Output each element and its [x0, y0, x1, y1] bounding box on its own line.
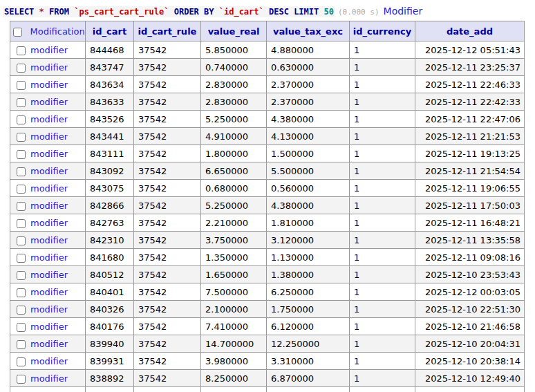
sql-table-name: `ps_cart_cart_rule` — [74, 7, 169, 17]
cell-id_currency: 1 — [350, 370, 415, 387]
row-action-cell: modifier — [10, 76, 86, 93]
row-modifier-link[interactable]: modifier — [30, 183, 68, 194]
cell-id_cart: 843075 — [86, 180, 134, 197]
row-checkbox[interactable] — [17, 375, 26, 384]
row-modifier-link[interactable]: modifier — [30, 339, 68, 349]
cell-id_cart: 843526 — [86, 111, 134, 128]
cell-date_add: 2025-12-11 23:25:37 — [415, 59, 525, 76]
cell-date_add: 2025-12-12 00:03:05 — [415, 283, 525, 301]
cell-id_currency: 1 — [350, 266, 415, 283]
select-all-checkbox[interactable] — [13, 28, 22, 37]
column-header-id_currency: id_currency — [350, 21, 415, 41]
column-header-id_cart_rule: id_cart_rule — [134, 21, 201, 41]
row-checkbox[interactable] — [17, 288, 26, 297]
row-modifier-link[interactable]: modifier — [30, 252, 68, 263]
row-modifier-link[interactable]: modifier — [30, 235, 68, 245]
cell-id_cart_rule: 37542 — [134, 76, 201, 93]
row-checkbox[interactable] — [17, 306, 26, 315]
row-modifier-link[interactable]: modifier — [30, 200, 68, 211]
row-modifier-link[interactable]: modifier — [30, 97, 68, 107]
cell-date_add: 2025-12-10 20:38:14 — [415, 353, 525, 370]
cell-id_cart: 840326 — [86, 301, 134, 318]
row-checkbox[interactable] — [17, 133, 26, 142]
cell-value_real: 1.800000 — [201, 145, 267, 162]
row-checkbox[interactable] — [17, 340, 26, 349]
row-modifier-link[interactable]: modifier — [30, 287, 68, 297]
row-checkbox[interactable] — [17, 115, 26, 124]
row-checkbox[interactable] — [17, 46, 26, 55]
sort-link-value_real[interactable]: value_real — [208, 26, 260, 37]
cell-id_cart_rule: 37542 — [134, 283, 201, 301]
cell-value_real: 5.250000 — [201, 197, 267, 214]
sort-link-id_cart_rule[interactable]: id_cart_rule — [138, 26, 197, 37]
cell-value_tax_exc: 2.370000 — [267, 76, 350, 93]
row-checkbox[interactable] — [17, 81, 26, 90]
cell-value_tax_exc: 1.130000 — [267, 249, 350, 266]
cell-id_cart: 838892 — [86, 370, 134, 387]
cell-id_cart: 841680 — [86, 249, 134, 266]
cell-id_cart: 843092 — [86, 162, 134, 180]
table-row: modifier842763375422.2100001.81000012025… — [10, 214, 525, 232]
cell-value_tax_exc: 3.310000 — [267, 353, 350, 370]
cell-id_cart: 844468 — [86, 41, 134, 59]
row-checkbox[interactable] — [17, 357, 26, 366]
row-checkbox[interactable] — [17, 219, 26, 228]
sort-link-date_add[interactable]: date_add — [447, 26, 493, 37]
row-checkbox[interactable] — [17, 323, 26, 332]
table-row: modifier838892375428.2500006.87000012025… — [10, 370, 525, 387]
sort-link-value_tax_exc[interactable]: value_tax_exc — [273, 26, 343, 37]
row-modifier-link[interactable]: modifier — [30, 149, 68, 159]
row-checkbox[interactable] — [17, 254, 26, 263]
column-header-id_cart: id_cart — [86, 21, 134, 41]
header-row: Modification id_cartid_cart_rulevalue_re… — [10, 21, 525, 41]
row-checkbox[interactable] — [17, 98, 26, 107]
sort-link-id_cart[interactable]: id_cart — [93, 26, 126, 37]
sort-link-id_currency[interactable]: id_currency — [353, 26, 411, 37]
row-modifier-link[interactable]: modifier — [30, 114, 68, 124]
row-modifier-link[interactable]: modifier — [30, 356, 68, 366]
cell-id_cart: 839940 — [86, 335, 134, 353]
row-modifier-link[interactable]: modifier — [30, 218, 68, 228]
sql-keyword-select: SELECT — [4, 7, 34, 17]
row-checkbox[interactable] — [17, 202, 26, 211]
row-checkbox[interactable] — [17, 271, 26, 280]
cell-id_cart_rule: 37542 — [134, 145, 201, 162]
row-action-cell: modifier — [10, 128, 86, 145]
row-action-cell: modifier — [10, 111, 86, 128]
row-action-cell: modifier — [10, 93, 86, 111]
modification-header-cell: Modification — [10, 21, 86, 41]
cell-value_real: 7.410000 — [201, 318, 267, 335]
cell-value_real: 2.100000 — [201, 301, 267, 318]
cell-id_currency: 1 — [350, 197, 415, 214]
row-checkbox[interactable] — [17, 64, 26, 73]
column-header-date_add: date_add — [415, 21, 525, 41]
cell-value_tax_exc: 1.810000 — [267, 214, 350, 232]
row-modifier-link[interactable]: modifier — [30, 166, 68, 176]
row-checkbox[interactable] — [17, 185, 26, 194]
row-modifier-link[interactable]: modifier — [30, 373, 68, 384]
cell-value_real: 5.850000 — [201, 41, 267, 59]
cell-empty — [201, 387, 267, 392]
row-modifier-link[interactable]: modifier — [30, 270, 68, 280]
row-modifier-link[interactable]: modifier — [30, 80, 68, 90]
table-row: modifier840512375421.6500001.38000012025… — [10, 266, 525, 283]
row-modifier-link[interactable]: modifier — [30, 321, 68, 332]
cell-id_cart_rule: 37542 — [134, 232, 201, 249]
row-action-cell: modifier — [10, 180, 86, 197]
cell-value_tax_exc: 6.870000 — [267, 370, 350, 387]
table-row: modifier839931375423.9800003.31000012025… — [10, 353, 525, 370]
table-row: modifier841680375421.3500001.13000012025… — [10, 249, 525, 266]
row-modifier-link[interactable]: modifier — [30, 131, 68, 142]
cell-value_real: 4.910000 — [201, 128, 267, 145]
edit-query-link[interactable]: Modifier — [384, 6, 423, 17]
row-checkbox[interactable] — [17, 167, 26, 176]
row-checkbox[interactable] — [17, 236, 26, 245]
row-modifier-link[interactable]: modifier — [30, 304, 68, 315]
modification-header-link[interactable]: Modification — [30, 26, 85, 37]
row-checkbox[interactable] — [17, 150, 26, 159]
row-modifier-link[interactable]: modifier — [30, 45, 68, 55]
table-row: modifier840176375427.4100006.12000012025… — [10, 318, 525, 335]
cell-value_tax_exc: 2.370000 — [267, 93, 350, 111]
cell-id_currency: 1 — [350, 232, 415, 249]
row-modifier-link[interactable]: modifier — [30, 62, 68, 73]
